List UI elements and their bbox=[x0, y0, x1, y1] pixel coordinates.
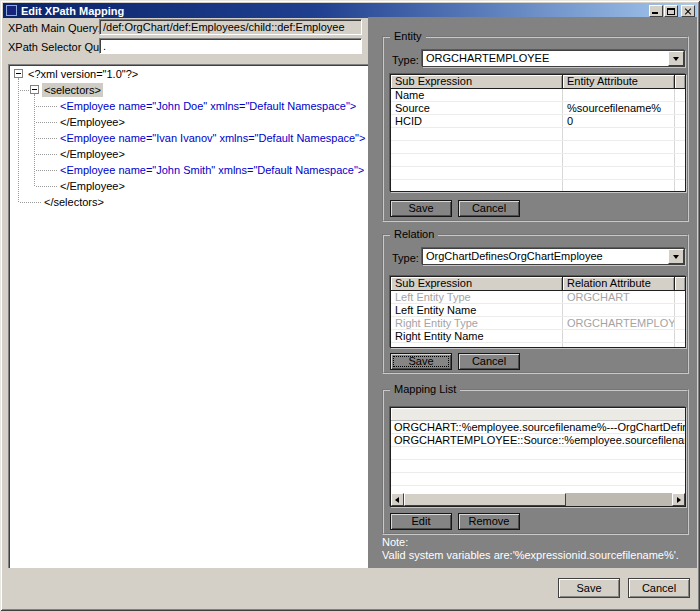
app-icon[interactable] bbox=[6, 5, 17, 16]
table-row[interactable]: Name bbox=[391, 89, 685, 102]
table-header-stub bbox=[675, 75, 685, 88]
tree-guide bbox=[36, 122, 57, 123]
tree-row: </Employee> bbox=[9, 115, 373, 129]
scroll-left-button[interactable] bbox=[391, 493, 404, 506]
relation-type-dropdown-button[interactable] bbox=[668, 249, 684, 264]
scrollbar-track[interactable] bbox=[566, 493, 672, 506]
scroll-right-button[interactable] bbox=[672, 493, 685, 506]
list-item[interactable]: ORGCHART::%employee.sourcefilename%---Or… bbox=[391, 421, 685, 434]
mapping-remove-button[interactable]: Remove bbox=[458, 513, 520, 530]
tree-node-employee-open[interactable]: <Employee name="Ivan Ivanov" xmlns="Defa… bbox=[58, 131, 367, 145]
cell-sub-expression: Left Entity Type bbox=[391, 291, 563, 303]
table-row-empty bbox=[391, 141, 685, 154]
cell-relation-attribute bbox=[563, 330, 675, 342]
tree-guide bbox=[36, 138, 57, 139]
mapping-list[interactable]: ORGCHART::%employee.sourcefilename%---Or… bbox=[390, 407, 686, 507]
scrollbar-thumb[interactable] bbox=[404, 493, 566, 506]
tree-node-employee-close[interactable]: </Employee> bbox=[58, 115, 127, 129]
mapping-panel: Entity Type: ORGCHARTEMPLOYEE Sub Expres… bbox=[368, 17, 697, 568]
collapse-icon[interactable] bbox=[30, 85, 39, 94]
cell-sub-expression: HCID bbox=[391, 115, 563, 127]
entity-cancel-button[interactable]: Cancel bbox=[458, 200, 520, 217]
table-row[interactable]: Source %sourcefilename% bbox=[391, 102, 685, 115]
collapse-icon[interactable] bbox=[14, 69, 23, 78]
footer-bar: Save Cancel bbox=[3, 568, 697, 608]
entity-type-value: ORGCHARTEMPLOYEE bbox=[426, 52, 549, 65]
relation-table-header: Sub Expression Relation Attribute bbox=[391, 277, 685, 291]
cell-sub-expression: Right Entity Type bbox=[391, 317, 563, 329]
entity-group-label: Entity bbox=[390, 30, 426, 43]
note-block: Note: Valid system variables are:'%expre… bbox=[382, 536, 679, 562]
mapping-edit-button[interactable]: Edit bbox=[390, 513, 452, 530]
cell-relation-attribute: ORGCHART bbox=[563, 291, 675, 303]
save-button[interactable]: Save bbox=[558, 578, 620, 598]
mapping-list-group: Mapping List ORGCHART::%employee.sourcef… bbox=[382, 389, 689, 535]
list-item[interactable]: ORGCHARTEMPLOYEE::Source::%employee.sour… bbox=[391, 434, 685, 447]
cell-sub-expression: Left Entity Name bbox=[391, 304, 563, 316]
entity-save-button[interactable]: Save bbox=[390, 200, 452, 217]
cell-entity-attribute bbox=[563, 89, 675, 101]
entity-attribute-table: Sub Expression Entity Attribute Name Sou… bbox=[390, 74, 686, 192]
tree-row: <Employee name="John Smith" xmlns="Defau… bbox=[9, 163, 373, 177]
table-row: Right Entity Type ORGCHARTEMPLOYEE bbox=[391, 317, 685, 330]
cancel-button[interactable]: Cancel bbox=[628, 578, 690, 598]
tree-node-xml-declaration[interactable]: <?xml version="1.0"?> bbox=[26, 67, 140, 81]
list-item-empty bbox=[391, 460, 685, 473]
cell-sub-expression: Source bbox=[391, 102, 563, 114]
table-row[interactable]: Left Entity Name bbox=[391, 304, 685, 317]
titlebar[interactable]: Edit XPath Mapping bbox=[3, 3, 697, 18]
minimize-button[interactable] bbox=[649, 5, 663, 17]
column-header-relation-attribute[interactable]: Relation Attribute bbox=[563, 277, 675, 290]
cell-entity-attribute: 0 bbox=[563, 115, 675, 127]
close-button[interactable] bbox=[681, 5, 695, 17]
tree-guide bbox=[36, 154, 57, 155]
tree-guide bbox=[20, 90, 29, 91]
column-header-sub-expression[interactable]: Sub Expression bbox=[391, 75, 563, 88]
table-row-empty bbox=[391, 343, 685, 348]
relation-save-button[interactable]: Save bbox=[390, 353, 452, 370]
entity-type-dropdown-button[interactable] bbox=[668, 51, 684, 66]
mapping-list-header bbox=[391, 408, 685, 421]
tree-node-employee-close[interactable]: </Employee> bbox=[58, 179, 127, 193]
cell-relation-attribute bbox=[563, 304, 675, 316]
xpath-main-query-input[interactable] bbox=[99, 19, 362, 35]
relation-type-label: Type: bbox=[392, 252, 419, 264]
maximize-button[interactable] bbox=[664, 5, 678, 17]
column-header-sub-expression[interactable]: Sub Expression bbox=[391, 277, 563, 290]
relation-type-value: OrgChartDefinesOrgChartEmployee bbox=[426, 250, 603, 263]
relation-type-combobox[interactable]: OrgChartDefinesOrgChartEmployee bbox=[422, 248, 685, 265]
tree-row: </selectors> bbox=[9, 195, 373, 209]
entity-group: Entity Type: ORGCHARTEMPLOYEE Sub Expres… bbox=[382, 36, 689, 222]
table-row[interactable]: HCID 0 bbox=[391, 115, 685, 128]
tree-guide bbox=[36, 106, 57, 107]
entity-type-combobox[interactable]: ORGCHARTEMPLOYEE bbox=[422, 50, 685, 67]
table-header-stub bbox=[675, 277, 685, 290]
tree-guide bbox=[20, 202, 41, 203]
cell-sub-expression: Name bbox=[391, 89, 563, 101]
horizontal-scrollbar[interactable] bbox=[391, 493, 685, 506]
note-title: Note: bbox=[382, 536, 679, 549]
column-header-entity-attribute[interactable]: Entity Attribute bbox=[563, 75, 675, 88]
table-row: Left Entity Type ORGCHART bbox=[391, 291, 685, 304]
tree-node-selectors-open[interactable]: <selectors> bbox=[42, 83, 103, 97]
xpath-selector-query-input[interactable] bbox=[99, 38, 362, 54]
tree-guide bbox=[36, 170, 57, 171]
tree-guide bbox=[36, 186, 57, 187]
tree-node-employee-close[interactable]: </Employee> bbox=[58, 147, 127, 161]
mapping-list-group-label: Mapping List bbox=[390, 383, 460, 396]
table-row-empty bbox=[391, 154, 685, 167]
list-item-empty bbox=[391, 447, 685, 460]
xpath-main-query-label: XPath Main Query: bbox=[8, 22, 101, 34]
entity-type-label: Type: bbox=[392, 54, 419, 66]
table-row[interactable]: Right Entity Name bbox=[391, 330, 685, 343]
chevron-down-icon bbox=[673, 57, 679, 61]
xml-tree-view[interactable]: <?xml version="1.0"?> <selectors> <Emplo… bbox=[8, 64, 374, 570]
relation-cancel-button[interactable]: Cancel bbox=[458, 353, 520, 370]
window-title: Edit XPath Mapping bbox=[21, 5, 124, 17]
tree-node-employee-open[interactable]: <Employee name="John Smith" xmlns="Defau… bbox=[58, 163, 366, 177]
table-row-empty bbox=[391, 128, 685, 141]
tree-node-selectors-close[interactable]: </selectors> bbox=[42, 195, 106, 209]
cell-entity-attribute: %sourcefilename% bbox=[563, 102, 675, 114]
tree-row: <selectors> bbox=[9, 83, 373, 97]
tree-node-employee-open[interactable]: <Employee name="John Doe" xmlns="Default… bbox=[58, 99, 358, 113]
